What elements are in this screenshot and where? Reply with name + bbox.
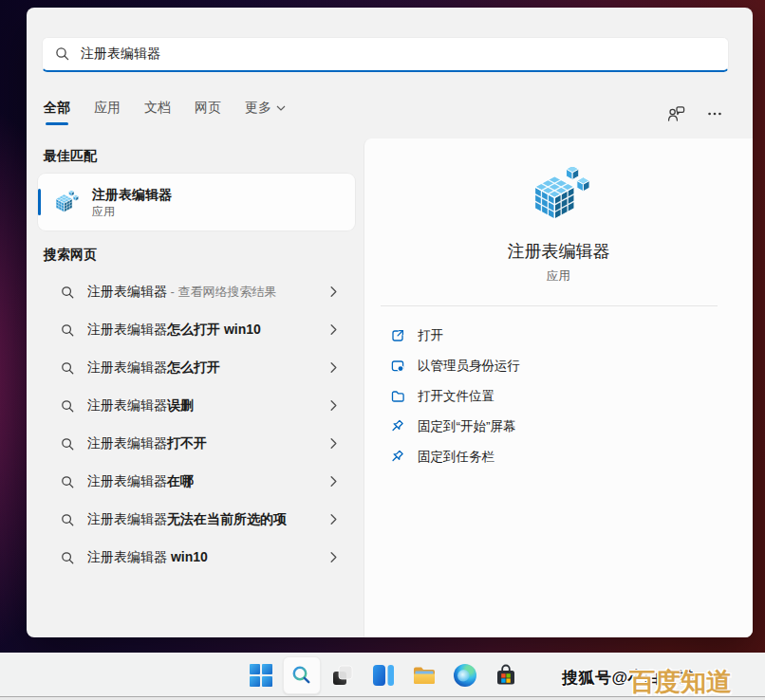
user-feedback-icon[interactable] <box>667 104 686 123</box>
search-input[interactable]: 注册表编辑器 <box>42 37 729 72</box>
start-button[interactable] <box>242 656 280 694</box>
store-button[interactable] <box>487 656 525 694</box>
suggestion-row[interactable]: 注册表编辑器无法在当前所选的项 <box>27 501 364 539</box>
search-icon <box>61 551 75 565</box>
chevron-right-icon[interactable] <box>327 550 341 564</box>
microsoft-store-icon <box>494 664 517 687</box>
search-button[interactable] <box>283 656 321 694</box>
web-suggestions-list: 注册表编辑器 - 查看网络搜索结果 注册表编辑器怎么打开 win10 注册表编辑… <box>27 273 364 577</box>
best-match-item[interactable]: 注册表编辑器 应用 <box>38 174 355 230</box>
action-open-file-location[interactable]: 打开文件位置 <box>364 381 753 412</box>
best-match-title: 注册表编辑器 <box>92 186 172 204</box>
tab-apps[interactable]: 应用 <box>94 100 121 117</box>
suggestion-row[interactable]: 注册表编辑器怎么打开 win10 <box>27 311 364 349</box>
file-explorer-icon <box>412 664 437 687</box>
divider <box>381 305 718 306</box>
search-icon <box>61 323 75 338</box>
best-match-header: 最佳匹配 <box>44 148 97 165</box>
filter-tabs: 全部 应用 文档 网页 更多 <box>44 100 286 117</box>
taskbar-buttons <box>242 656 525 694</box>
preview-app-name: 注册表编辑器 <box>508 240 610 263</box>
search-icon <box>61 286 75 300</box>
preview-actions: 打开 以管理员身份运行 打开文件位置 固定到“开始”屏幕 <box>364 321 753 472</box>
chevron-down-icon <box>276 105 286 112</box>
chevron-right-icon[interactable] <box>327 436 341 451</box>
preview-app-type: 应用 <box>547 268 570 285</box>
action-run-as-admin[interactable]: 以管理员身份运行 <box>364 351 753 381</box>
pin-icon <box>390 450 405 465</box>
search-web-header: 搜索网页 <box>44 247 97 264</box>
suggestion-row[interactable]: 注册表编辑器打不开 <box>27 425 364 463</box>
suggestion-row[interactable]: 注册表编辑器怎么打开 <box>27 349 364 387</box>
tab-documents[interactable]: 文档 <box>144 100 171 117</box>
best-match-type: 应用 <box>92 204 172 219</box>
edge-icon <box>454 664 476 687</box>
action-pin-to-start[interactable]: 固定到“开始”屏幕 <box>364 412 753 442</box>
desktop: { "search_box": { "value": "注册表编辑器" }, "… <box>0 0 765 700</box>
search-icon <box>290 664 313 687</box>
action-open[interactable]: 打开 <box>364 321 753 351</box>
suggestion-row[interactable]: 注册表编辑器在哪 <box>27 463 364 501</box>
windows-logo-icon <box>250 664 272 687</box>
action-pin-to-taskbar[interactable]: 固定到任务栏 <box>364 442 753 472</box>
open-icon <box>390 328 405 343</box>
registry-editor-icon-large <box>528 167 590 225</box>
tab-more[interactable]: 更多 <box>245 100 286 117</box>
pin-icon <box>390 419 405 434</box>
chevron-right-icon[interactable] <box>327 474 341 488</box>
chevron-right-icon[interactable] <box>327 322 341 337</box>
chevron-right-icon[interactable] <box>327 360 341 375</box>
tab-all[interactable]: 全部 <box>44 100 70 117</box>
chevron-right-icon[interactable] <box>327 398 341 413</box>
registry-editor-icon <box>53 191 79 214</box>
suggestion-row[interactable]: 注册表编辑器误删 <box>27 387 364 425</box>
suggestion-row[interactable]: 注册表编辑器 - 查看网络搜索结果 <box>27 273 364 311</box>
suggestion-row[interactable]: 注册表编辑器 win10 <box>27 539 364 577</box>
baidu-zhidao-watermark: 百度知道 <box>629 665 765 699</box>
widgets-icon <box>372 664 395 687</box>
chevron-right-icon[interactable] <box>327 285 341 299</box>
search-flyout: 注册表编辑器 全部 应用 文档 网页 更多 最佳匹配 <box>27 8 753 637</box>
search-icon <box>61 437 75 451</box>
selection-accent-bar <box>38 189 41 215</box>
search-icon <box>61 513 75 527</box>
file-explorer-button[interactable] <box>405 656 443 694</box>
search-icon <box>55 46 70 62</box>
chevron-right-icon[interactable] <box>327 512 341 526</box>
search-query-text: 注册表编辑器 <box>81 46 160 63</box>
edge-button[interactable] <box>446 656 484 694</box>
task-view-icon <box>330 663 355 688</box>
folder-icon <box>390 389 405 404</box>
preview-panel: 注册表编辑器 应用 打开 以管理员身份运行 <box>364 138 753 637</box>
run-as-admin-icon <box>390 359 405 374</box>
widgets-button[interactable] <box>364 656 402 694</box>
search-icon <box>61 361 75 376</box>
search-icon <box>61 475 75 489</box>
search-icon <box>61 399 75 414</box>
more-options-icon[interactable] <box>707 106 722 121</box>
tab-web[interactable]: 网页 <box>195 100 221 117</box>
task-view-button[interactable] <box>324 656 362 694</box>
flyout-toolbar <box>667 104 722 123</box>
